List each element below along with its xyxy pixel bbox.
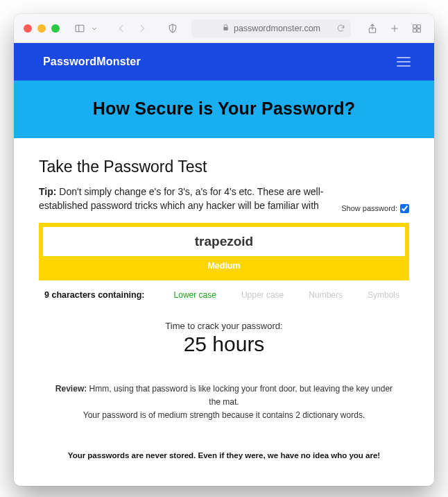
hero-banner: How Secure is Your Password? (14, 81, 434, 138)
show-password-checkbox[interactable] (400, 204, 409, 213)
hamburger-menu-icon[interactable] (397, 57, 411, 67)
char-type-upper: Upper case (241, 290, 284, 300)
char-type-symbols: Symbols (368, 290, 399, 300)
maximize-window-button[interactable] (51, 24, 60, 33)
character-summary-row: 9 characters containing: Lower case Uppe… (39, 280, 409, 304)
section-heading: Take the Password Test (39, 158, 409, 176)
new-tab-icon[interactable] (387, 21, 402, 36)
browser-window: passwordmonster.com PasswordMonster (14, 14, 434, 486)
disclaimer-text: Your passwords are never stored. Even if… (39, 451, 409, 460)
sidebar-toggle-icon[interactable] (72, 21, 87, 36)
crack-time-section: Time to crack your password: 25 hours (39, 321, 409, 356)
crack-time-label: Time to crack your password: (39, 321, 409, 331)
char-type-numbers: Numbers (309, 290, 343, 300)
strength-indicator: Medium (43, 256, 405, 276)
review-line-1: Hmm, using that password is like locking… (89, 384, 393, 407)
browser-titlebar: passwordmonster.com (14, 14, 434, 43)
tip-body: Don't simply change e's for 3's, a's for… (39, 186, 323, 211)
crack-time-value: 25 hours (39, 332, 409, 356)
site-brand[interactable]: PasswordMonster (43, 56, 141, 68)
close-window-button[interactable] (24, 24, 32, 33)
site-navbar: PasswordMonster (14, 43, 434, 81)
svg-rect-10 (417, 28, 421, 32)
review-section: Review: Hmm, using that password is like… (39, 382, 409, 423)
tip-label: Tip: (39, 186, 56, 197)
password-box: Medium (39, 223, 409, 280)
chevron-down-icon[interactable] (90, 21, 98, 36)
forward-button[interactable] (135, 21, 150, 36)
review-line-2: Your password is of medium strength beca… (83, 410, 365, 420)
tabs-overview-icon[interactable] (409, 21, 424, 36)
shield-icon[interactable] (165, 21, 180, 36)
show-password-toggle[interactable]: Show password: (341, 203, 409, 214)
tip-text: Tip: Don't simply change e's for 3's, a'… (39, 185, 409, 213)
svg-rect-8 (417, 24, 421, 28)
svg-rect-3 (223, 27, 227, 31)
hero-title: How Secure is Your Password? (21, 99, 427, 119)
lock-icon (222, 24, 230, 33)
svg-rect-9 (413, 28, 417, 32)
page-content: PasswordMonster How Secure is Your Passw… (14, 43, 434, 486)
password-input[interactable] (43, 227, 405, 256)
svg-rect-0 (76, 25, 84, 31)
minimize-window-button[interactable] (37, 24, 46, 33)
review-label: Review: (55, 384, 87, 394)
refresh-icon[interactable] (336, 24, 345, 33)
char-type-lower: Lower case (174, 290, 216, 300)
address-bar[interactable]: passwordmonster.com (191, 19, 351, 37)
svg-rect-7 (413, 24, 417, 28)
back-button[interactable] (114, 21, 129, 36)
window-controls (24, 24, 60, 33)
share-icon[interactable] (365, 21, 380, 36)
address-bar-host: passwordmonster.com (234, 24, 320, 33)
show-password-label: Show password: (341, 203, 397, 214)
character-count-label: 9 characters containing: (44, 290, 145, 300)
main-content: Take the Password Test Tip: Don't simply… (14, 138, 434, 486)
